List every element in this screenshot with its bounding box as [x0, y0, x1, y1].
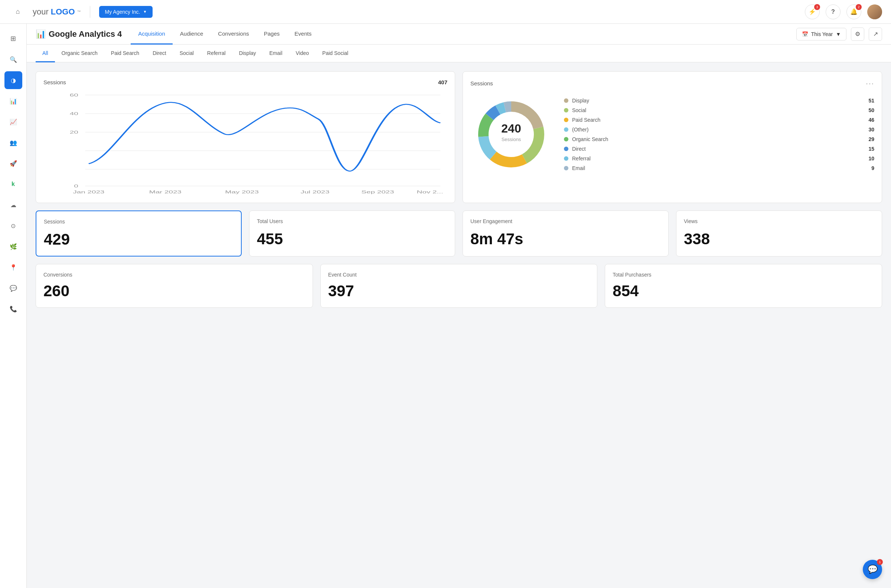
- paid-search-label: Paid Search: [572, 117, 865, 123]
- svg-text:Nov 2...: Nov 2...: [417, 190, 443, 195]
- sessions-chart-value: 407: [438, 79, 447, 86]
- direct-value: 15: [868, 146, 874, 152]
- k-icon: k: [12, 181, 15, 188]
- analytics-active-icon: ◑: [11, 77, 16, 84]
- people-icon: 👥: [10, 139, 17, 146]
- bar-chart2-icon: 📈: [10, 118, 17, 126]
- sidebar-item-analytics[interactable]: ◑: [4, 71, 22, 89]
- home-nav-icon[interactable]: ⌂: [9, 3, 27, 21]
- sidebar-item-pin[interactable]: 📍: [4, 258, 22, 276]
- legend-item-social: Social 50: [564, 107, 874, 113]
- channel-tab-video[interactable]: Video: [289, 45, 316, 62]
- sidebar-item-chat[interactable]: 💬: [4, 279, 22, 297]
- event-count-value: 397: [328, 282, 590, 300]
- logo-area: yourLOGO™: [33, 7, 81, 17]
- display-value: 51: [868, 98, 874, 104]
- metric-card-sessions[interactable]: Sessions 429: [36, 210, 242, 256]
- sidebar-item-leaf[interactable]: 🌿: [4, 238, 22, 255]
- legend-item-email: Email 9: [564, 165, 874, 171]
- legend-item-organic: Organic Search 29: [564, 136, 874, 142]
- sidebar-item-rocket[interactable]: 🚀: [4, 154, 22, 172]
- chat-badge: 1: [877, 559, 883, 565]
- social-label: Social: [572, 107, 865, 113]
- logo-tm: ™: [77, 10, 81, 14]
- channel-tab-all[interactable]: All: [36, 45, 55, 62]
- target-icon: ⊙: [11, 222, 16, 230]
- top-nav: ⌂ yourLOGO™ My Agency Inc. ▼ ⚡ 3 ? 🔔 2: [0, 0, 891, 24]
- donut-chart-header: Sessions ···: [470, 79, 874, 88]
- svg-text:Sessions: Sessions: [501, 136, 521, 142]
- donut-chart-title: Sessions: [470, 80, 493, 87]
- donut-more-button[interactable]: ···: [866, 79, 874, 88]
- bottom-card-event-count: Event Count 397: [320, 264, 598, 308]
- charts-row: Sessions 407 60: [36, 71, 882, 203]
- sidebar-item-people[interactable]: 👥: [4, 134, 22, 152]
- metric-sessions-title: Sessions: [44, 219, 234, 225]
- sidebar: ⊞ 🔍 ◑ 📊 📈 👥 🚀 k ☁ ⊙ 🌿: [0, 24, 27, 588]
- tab-audience[interactable]: Audience: [172, 24, 211, 45]
- sidebar-item-grid[interactable]: ⊞: [4, 30, 22, 48]
- page-title: Google Analytics 4: [49, 29, 122, 39]
- sidebar-item-phone[interactable]: 📞: [4, 300, 22, 318]
- channel-tab-paid-social[interactable]: Paid Social: [316, 45, 355, 62]
- direct-label: Direct: [572, 146, 865, 152]
- other-dot: [564, 128, 568, 132]
- channel-tab-referral[interactable]: Referral: [201, 45, 232, 62]
- channel-tabs: All Organic Search Paid Search Direct So…: [27, 45, 891, 62]
- referral-label: Referral: [572, 156, 865, 162]
- metric-card-views[interactable]: Views 338: [676, 210, 882, 256]
- bottom-row: Conversions 260 Event Count 397 Total Pu…: [36, 264, 882, 308]
- share-button[interactable]: ↗: [869, 27, 882, 41]
- channel-tab-display[interactable]: Display: [232, 45, 263, 62]
- home-icon: ⌂: [16, 8, 20, 16]
- cloud-icon: ☁: [10, 202, 16, 208]
- bottom-card-conversions: Conversions 260: [36, 264, 313, 308]
- chat-bubble-button[interactable]: 💬 1: [863, 560, 882, 579]
- bar-chart-icon: 📊: [10, 98, 17, 105]
- metric-engagement-value: 8m 47s: [470, 230, 661, 248]
- paid-search-dot: [564, 118, 568, 122]
- channel-tab-paid-search[interactable]: Paid Search: [104, 45, 146, 62]
- help-button[interactable]: ?: [826, 4, 840, 19]
- tab-events[interactable]: Events: [287, 24, 319, 45]
- metric-card-total-users[interactable]: Total Users 455: [249, 210, 455, 256]
- tab-pages[interactable]: Pages: [256, 24, 287, 45]
- main-content: 📊 Google Analytics 4 Acquisition Audienc…: [27, 24, 891, 588]
- tab-conversions[interactable]: Conversions: [210, 24, 256, 45]
- chat-sidebar-icon: 💬: [10, 285, 17, 292]
- channel-tab-social[interactable]: Social: [173, 45, 201, 62]
- svg-text:20: 20: [70, 130, 78, 135]
- sidebar-item-k[interactable]: k: [4, 175, 22, 193]
- sidebar-item-barchart2[interactable]: 📈: [4, 113, 22, 130]
- help-icon: ?: [831, 9, 835, 15]
- pin-icon: 📍: [10, 264, 17, 271]
- sidebar-item-search[interactable]: 🔍: [4, 51, 22, 68]
- sidebar-item-target[interactable]: ⊙: [4, 217, 22, 235]
- tab-acquisition[interactable]: Acquisition: [130, 24, 172, 45]
- user-avatar[interactable]: [867, 4, 882, 19]
- agency-label: My Agency Inc.: [105, 9, 140, 15]
- sidebar-item-cloud[interactable]: ☁: [4, 196, 22, 214]
- svg-text:Sep 2023: Sep 2023: [361, 190, 394, 195]
- metric-views-title: Views: [684, 218, 874, 224]
- lightning-button[interactable]: ⚡ 3: [805, 4, 820, 19]
- display-label: Display: [572, 98, 865, 104]
- nav-icons: ⚡ 3 ? 🔔 2: [805, 4, 882, 19]
- filter-button[interactable]: ⚙: [851, 27, 864, 41]
- agency-selector[interactable]: My Agency Inc. ▼: [99, 6, 153, 18]
- channel-tab-organic[interactable]: Organic Search: [55, 45, 104, 62]
- metric-card-engagement[interactable]: User Engagement 8m 47s: [463, 210, 669, 256]
- social-value: 50: [868, 107, 874, 113]
- metric-users-value: 455: [257, 230, 447, 248]
- metric-users-title: Total Users: [257, 218, 447, 224]
- logo-prefix: your: [33, 7, 49, 17]
- lightning-badge: 3: [814, 4, 820, 10]
- sidebar-item-barchart[interactable]: 📊: [4, 92, 22, 110]
- svg-text:40: 40: [70, 111, 78, 116]
- channel-tab-direct[interactable]: Direct: [146, 45, 173, 62]
- filter-icon: ⚙: [855, 30, 860, 38]
- svg-text:May 2023: May 2023: [225, 190, 259, 195]
- bell-button[interactable]: 🔔 2: [846, 4, 861, 19]
- date-range-button[interactable]: 📅 This Year ▼: [796, 28, 846, 40]
- channel-tab-email[interactable]: Email: [263, 45, 289, 62]
